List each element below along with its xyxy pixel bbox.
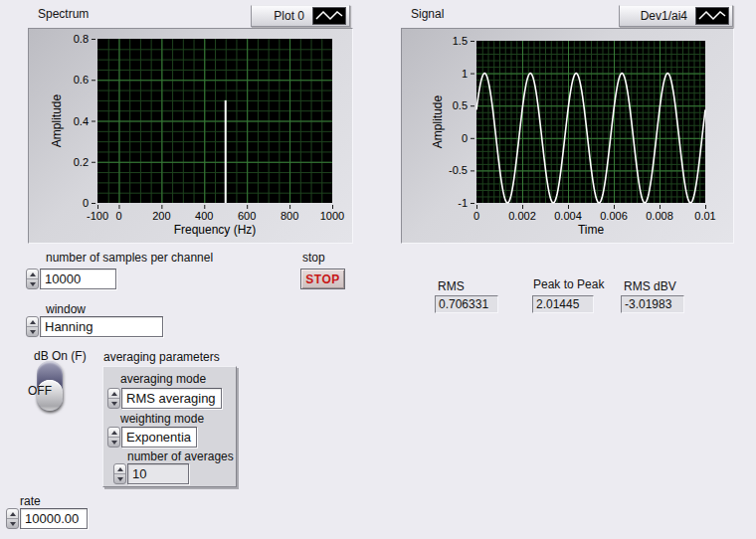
- plot-line-icon: [695, 7, 729, 25]
- spectrum-chart-title: Spectrum: [38, 7, 89, 21]
- svg-text:0.004: 0.004: [554, 210, 582, 222]
- db-on-toggle[interactable]: OFF: [37, 361, 63, 411]
- svg-text:0.01: 0.01: [694, 210, 715, 222]
- rms-label: RMS: [438, 279, 465, 293]
- peak-to-peak-indicator: 2.01445: [532, 295, 594, 313]
- svg-text:0.8: 0.8: [74, 33, 89, 45]
- spectrum-chart: -1000200400600800100000.20.40.60.8Freque…: [28, 28, 353, 244]
- samples-spinner[interactable]: [26, 269, 39, 289]
- number-of-averages-control[interactable]: 10: [113, 463, 189, 484]
- svg-text:-0.5: -0.5: [449, 164, 468, 176]
- averaging-mode-label: averaging mode: [120, 372, 206, 386]
- spectrum-y-axis-title: Amplitude: [50, 94, 64, 148]
- rate-input[interactable]: 10000.00: [20, 508, 88, 529]
- signal-x-axis-title: Time: [578, 223, 605, 237]
- spectrum-legend-label: Plot 0: [274, 9, 304, 23]
- svg-text:0: 0: [115, 210, 121, 222]
- svg-text:0.2: 0.2: [74, 156, 89, 168]
- window-select[interactable]: Hanning: [40, 316, 163, 337]
- weighting-mode-spinner[interactable]: [107, 427, 120, 448]
- rate-spinner[interactable]: [6, 508, 19, 529]
- weighting-mode-label: weighting mode: [120, 412, 204, 426]
- window-label: window: [46, 302, 86, 316]
- signal-chart-svg: 00.0020.0040.0060.0080.01-1-0.500.511.5T…: [402, 29, 733, 243]
- signal-legend-label: Dev1/ai4: [641, 9, 687, 23]
- svg-text:-1: -1: [458, 197, 468, 209]
- averaging-mode-select[interactable]: RMS averaging: [121, 388, 222, 409]
- samples-control[interactable]: 10000: [26, 269, 116, 289]
- averaging-mode-spinner[interactable]: [107, 388, 120, 409]
- signal-chart-title: Signal: [411, 7, 444, 21]
- signal-chart: 00.0020.0040.0060.0080.01-1-0.500.511.5T…: [401, 28, 734, 244]
- number-of-averages-label: number of averages: [127, 449, 234, 463]
- rate-label: rate: [20, 494, 41, 508]
- svg-text:0.5: 0.5: [453, 99, 468, 111]
- rms-indicator: 0.706331: [435, 295, 498, 313]
- svg-text:1: 1: [462, 68, 468, 80]
- svg-text:0.002: 0.002: [508, 210, 536, 222]
- weighting-mode-control[interactable]: Exponentia: [107, 427, 197, 448]
- signal-y-axis-title: Amplitude: [431, 95, 445, 149]
- stop-label: stop: [302, 251, 325, 265]
- signal-legend-button[interactable]: Dev1/ai4: [619, 5, 733, 27]
- averaging-parameters-label: averaging parameters: [103, 350, 220, 364]
- averaging-mode-control[interactable]: RMS averaging: [107, 388, 222, 409]
- window-spinner[interactable]: [26, 316, 39, 337]
- svg-text:0.006: 0.006: [600, 210, 628, 222]
- svg-text:0.4: 0.4: [74, 115, 89, 127]
- averaging-parameters-cluster: averaging mode RMS averaging weighting m…: [102, 366, 237, 487]
- svg-text:800: 800: [281, 210, 298, 222]
- rms-dbv-label: RMS dBV: [624, 279, 676, 293]
- svg-text:600: 600: [238, 210, 256, 222]
- plot-line-icon: [312, 7, 346, 25]
- samples-label: number of samples per channel: [46, 251, 213, 265]
- rms-dbv-indicator: -3.01983: [621, 295, 684, 313]
- peak-to-peak-label: Peak to Peak: [533, 277, 604, 291]
- svg-text:1.5: 1.5: [453, 35, 468, 47]
- svg-text:0.6: 0.6: [74, 74, 89, 86]
- number-of-averages-input[interactable]: 10: [127, 463, 189, 484]
- svg-text:0.008: 0.008: [646, 210, 673, 222]
- svg-text:0: 0: [473, 210, 479, 222]
- svg-text:0: 0: [83, 197, 89, 209]
- svg-text:200: 200: [152, 210, 170, 222]
- spectrum-chart-svg: -1000200400600800100000.20.40.60.8Freque…: [29, 29, 352, 243]
- toggle-state-label: OFF: [28, 384, 52, 398]
- stop-button[interactable]: STOP: [300, 269, 345, 289]
- svg-text:-100: -100: [87, 210, 108, 222]
- rate-control[interactable]: 10000.00: [6, 508, 88, 529]
- samples-input[interactable]: 10000: [40, 269, 116, 289]
- svg-text:400: 400: [195, 210, 213, 222]
- spectrum-legend-button[interactable]: Plot 0: [251, 5, 350, 27]
- weighting-mode-select[interactable]: Exponentia: [121, 427, 197, 448]
- svg-text:1000: 1000: [320, 210, 344, 222]
- svg-text:0: 0: [462, 132, 468, 144]
- spectrum-x-axis-title: Frequency (Hz): [174, 223, 257, 237]
- number-of-averages-spinner[interactable]: [113, 463, 126, 484]
- window-control[interactable]: Hanning: [26, 316, 163, 337]
